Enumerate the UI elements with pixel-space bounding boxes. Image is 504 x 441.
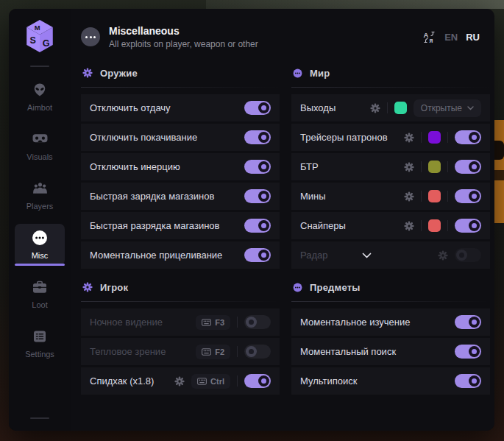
sidebar-item-loot[interactable]: Loot <box>15 273 65 314</box>
section-items: ПредметыМоментальное изучениеМоментальны… <box>291 280 490 395</box>
color-swatch[interactable] <box>428 160 441 173</box>
toggle-switch[interactable] <box>455 315 481 329</box>
toggle-knob <box>456 250 467 261</box>
section-title: Мир <box>310 68 330 79</box>
feature-label: Мины <box>300 191 326 202</box>
svg-text:G: G <box>43 38 50 49</box>
toggle-switch[interactable] <box>244 130 271 144</box>
toggle-knob <box>469 317 480 328</box>
feature-controls <box>244 248 271 262</box>
svg-text:S: S <box>29 35 35 46</box>
control-divider <box>237 375 238 387</box>
toggle-switch[interactable] <box>455 374 481 388</box>
feature-controls: Открытые <box>370 99 481 117</box>
section-title: Оружие <box>100 68 138 79</box>
toggle-switch[interactable] <box>244 374 271 388</box>
section-divider <box>81 87 280 88</box>
toggle-knob <box>258 220 269 231</box>
sidebar-item-players[interactable]: Players <box>15 174 65 216</box>
gear-icon[interactable] <box>404 133 414 143</box>
control-divider <box>447 161 448 172</box>
feature-row: Быстрая зарядка магазинов <box>81 183 280 210</box>
toggle-switch[interactable] <box>455 345 481 359</box>
sidebar-item-misc[interactable]: Misc <box>15 224 65 265</box>
gear-icon[interactable] <box>404 221 414 231</box>
feature-controls <box>244 101 271 115</box>
sidebar-item-settings[interactable]: Settings <box>15 322 65 364</box>
feature-row: Радар <box>291 241 490 269</box>
sidebar-item-label: Settings <box>25 350 54 359</box>
game-background-sign <box>494 120 504 223</box>
feature-label: Моментальное изучение <box>300 317 410 328</box>
color-swatch[interactable] <box>428 190 441 202</box>
toggle-switch[interactable] <box>455 248 481 262</box>
feature-label: Ночное видение <box>90 317 163 328</box>
app-logo: M S G <box>24 19 55 56</box>
toggle-switch[interactable] <box>244 189 271 203</box>
list-panel-icon <box>33 328 46 345</box>
toggle-knob <box>258 250 269 261</box>
alien-icon <box>32 82 47 98</box>
feature-row: Мультипоиск <box>291 367 490 395</box>
feature-label: Отключить инерцию <box>90 161 180 172</box>
feature-label: Отключить покачивание <box>90 132 197 143</box>
sidebar-item-aimbot[interactable]: Aimbot <box>15 76 65 117</box>
feature-controls <box>404 130 481 144</box>
section-divider <box>291 301 490 302</box>
chevron-down-icon[interactable] <box>359 250 375 261</box>
toggle-switch[interactable] <box>244 101 271 115</box>
toggle-switch[interactable] <box>455 219 481 233</box>
toggle-knob <box>258 191 269 202</box>
toggle-knob <box>246 346 257 357</box>
toggle-switch[interactable] <box>244 248 271 262</box>
control-divider <box>447 220 448 231</box>
dots-circle-icon <box>293 283 302 292</box>
language-en-button[interactable]: EN <box>444 32 458 43</box>
keybind-badge[interactable]: F2 <box>196 345 230 359</box>
dropdown-value: Открытые <box>421 103 462 113</box>
feature-controls <box>455 374 481 388</box>
keybind-badge[interactable]: F3 <box>196 315 230 330</box>
gear-icon[interactable] <box>438 250 448 261</box>
keyboard-icon <box>197 378 207 385</box>
gear-icon[interactable] <box>174 376 185 387</box>
color-swatch[interactable] <box>428 219 441 232</box>
feature-controls: Ctrl <box>174 374 271 389</box>
toggle-knob <box>469 346 480 357</box>
keybind-badge[interactable]: Ctrl <box>191 374 230 389</box>
gear-icon[interactable] <box>370 103 380 113</box>
main-panel: Miscellaneous All exploits on player, we… <box>71 9 494 431</box>
feature-controls <box>244 219 271 233</box>
language-switcher: A я EN RU <box>422 30 480 44</box>
feature-label: Снайперы <box>300 220 346 231</box>
feature-row: Отключить инерцию <box>81 153 280 180</box>
sidebar-divider-bottom <box>30 417 49 419</box>
feature-controls <box>404 219 481 233</box>
toggle-switch[interactable] <box>455 160 481 174</box>
toggle-switch[interactable] <box>244 315 271 329</box>
feature-controls <box>404 160 481 174</box>
feature-label: Быстрая зарядка магазинов <box>90 191 214 202</box>
section-title: Игрок <box>100 282 128 293</box>
color-swatch[interactable] <box>428 131 441 144</box>
color-swatch[interactable] <box>394 102 407 114</box>
toggle-switch[interactable] <box>244 219 271 233</box>
dropdown-select[interactable]: Открытые <box>414 99 481 117</box>
gear-icon[interactable] <box>404 191 414 202</box>
feature-label: Выходы <box>300 102 336 113</box>
toggle-switch[interactable] <box>455 130 481 144</box>
language-ru-button[interactable]: RU <box>466 32 480 43</box>
toggle-switch[interactable] <box>244 345 271 359</box>
section-divider <box>291 87 490 88</box>
control-divider <box>237 346 238 357</box>
toggle-switch[interactable] <box>244 160 271 174</box>
translate-icon[interactable]: A я <box>422 30 436 44</box>
feature-label: Моментальное прицеливание <box>90 250 222 261</box>
feature-row: Мины <box>291 183 490 210</box>
toggle-knob <box>258 102 269 113</box>
sidebar-item-visuals[interactable]: Visuals <box>15 125 65 166</box>
feature-label: Быстрая разрядка магазинов <box>90 220 219 231</box>
toggle-knob <box>246 317 257 328</box>
gear-icon[interactable] <box>404 162 414 172</box>
toggle-switch[interactable] <box>455 189 481 203</box>
